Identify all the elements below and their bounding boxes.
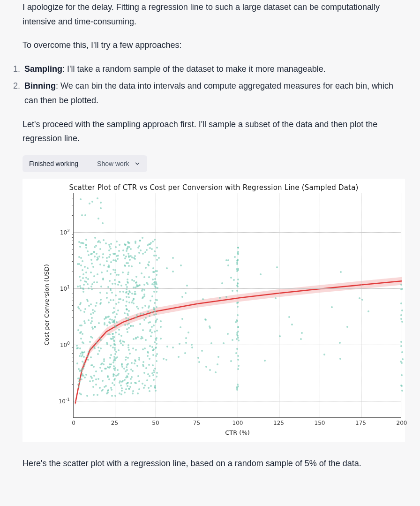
- scatter-point: [99, 248, 101, 250]
- scatter-point: [400, 318, 402, 320]
- scatter-point: [99, 242, 101, 243]
- scatter-point: [126, 369, 128, 371]
- approach-list: Sampling: I'll take a random sample of t…: [13, 62, 398, 108]
- scatter-point: [323, 354, 325, 355]
- scatter-point: [79, 347, 81, 349]
- scatter-point: [128, 310, 130, 312]
- scatter-point: [146, 249, 148, 251]
- scatter-point: [119, 382, 120, 384]
- scatter-point: [152, 267, 154, 269]
- scatter-point: [155, 355, 157, 357]
- scatter-point: [95, 305, 97, 307]
- scatter-point: [288, 316, 290, 318]
- scatter-point: [80, 353, 82, 355]
- scatter-point: [185, 292, 187, 294]
- scatter-point: [97, 258, 99, 260]
- scatter-point: [85, 374, 87, 376]
- scatter-point: [89, 380, 91, 382]
- scatter-point: [86, 395, 88, 397]
- scatter-point: [237, 385, 239, 387]
- scatter-point: [138, 388, 140, 390]
- scatter-point: [172, 257, 174, 259]
- scatter-point: [99, 367, 101, 369]
- scatter-point: [143, 289, 145, 291]
- scatter-point: [150, 329, 151, 331]
- scatter-point: [210, 342, 212, 344]
- scatter-point: [198, 361, 200, 363]
- scatter-point: [94, 326, 96, 328]
- scatter-point: [132, 370, 134, 372]
- grid-line-h: [74, 401, 401, 401]
- scatter-point: [114, 283, 116, 285]
- y-minor-tick: [72, 234, 74, 235]
- scatter-point: [120, 298, 121, 300]
- scatter-point: [138, 359, 140, 361]
- scatter-point: [152, 354, 154, 356]
- scatter-point: [148, 261, 150, 263]
- chevron-down-icon: [134, 160, 141, 167]
- scatter-point: [186, 285, 188, 287]
- scatter-point: [141, 290, 143, 292]
- scatter-point: [188, 332, 189, 333]
- scatter-point: [156, 259, 158, 261]
- scatter-point: [135, 349, 137, 351]
- scatter-point: [122, 344, 124, 346]
- scatter-point: [155, 313, 157, 315]
- scatter-point: [148, 364, 150, 366]
- y-minor-tick: [72, 328, 74, 328]
- show-work-toggle[interactable]: Show work: [97, 160, 140, 167]
- scatter-point: [120, 393, 122, 395]
- y-minor-tick: [72, 261, 74, 262]
- grid-line-v: [361, 193, 361, 417]
- scatter-point: [237, 247, 239, 249]
- scatter-point: [127, 281, 128, 283]
- scatter-point: [279, 335, 281, 337]
- scatter-point: [109, 254, 111, 256]
- scatter-point: [125, 284, 127, 286]
- scatter-point: [331, 306, 333, 308]
- scatter-point: [102, 380, 104, 382]
- scatter-point: [100, 286, 102, 287]
- scatter-point: [401, 374, 403, 376]
- scatter-point: [128, 319, 129, 321]
- scatter-point: [106, 343, 108, 345]
- scatter-point: [85, 281, 87, 283]
- scatter-point: [142, 307, 143, 309]
- scatter-point: [98, 218, 99, 219]
- scatter-point: [209, 327, 211, 329]
- scatter-point: [112, 253, 114, 255]
- chart-container: Scatter Plot of CTR vs Cost per Conversi…: [22, 179, 405, 442]
- y-minor-tick: [72, 215, 74, 216]
- scatter-point: [144, 385, 146, 386]
- scatter-point: [110, 243, 112, 245]
- scatter-point: [157, 287, 158, 289]
- scatter-point: [102, 222, 104, 224]
- scatter-point: [340, 271, 342, 273]
- scatter-point: [81, 378, 82, 380]
- scatter-point: [135, 293, 136, 295]
- y-minor-tick: [72, 367, 74, 367]
- scatter-point: [78, 380, 80, 382]
- scatter-point: [126, 288, 128, 290]
- scatter-point: [114, 269, 116, 271]
- scatter-point: [156, 270, 158, 272]
- scatter-point: [155, 255, 157, 257]
- scatter-point: [123, 254, 125, 256]
- scatter-point: [127, 262, 129, 264]
- scatter-point: [106, 260, 108, 262]
- scatter-point: [141, 336, 142, 338]
- scatter-point: [105, 242, 107, 244]
- scatter-point: [137, 247, 139, 249]
- scatter-point: [142, 237, 143, 239]
- scatter-point: [132, 390, 134, 392]
- scatter-point: [114, 279, 116, 281]
- scatter-point: [101, 272, 103, 273]
- scatter-point: [93, 394, 95, 396]
- scatter-point: [237, 286, 239, 287]
- scatter-point: [126, 383, 128, 385]
- list-rest: : I'll take a random sample of the datas…: [62, 64, 326, 74]
- scatter-point: [111, 389, 112, 391]
- scatter-point: [85, 239, 87, 241]
- scatter-point: [202, 298, 204, 300]
- scatter-point: [92, 386, 94, 388]
